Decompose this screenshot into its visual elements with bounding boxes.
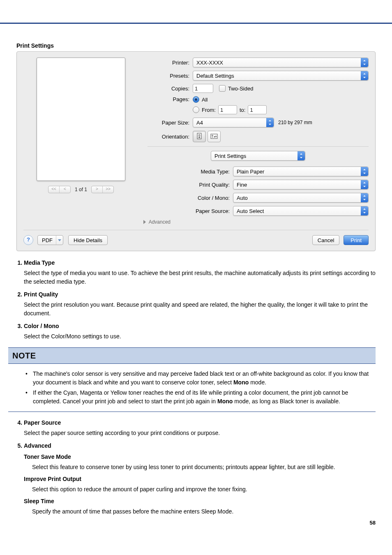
pages-to-input[interactable]: [248, 105, 267, 114]
pane-select-value: Print Settings: [214, 153, 246, 159]
paper-size-label: Paper Size:: [148, 120, 193, 126]
settings-description-list: Media Type Select the type of media you …: [16, 259, 376, 516]
pager-text: 1 of 1: [75, 187, 87, 192]
stepper-icon: [361, 71, 368, 80]
portrait-icon: [196, 133, 203, 140]
presets-label: Presets:: [148, 73, 193, 79]
pages-all-label: All: [202, 97, 208, 103]
pages-from-label: From:: [202, 107, 216, 113]
paper-source-label: Paper Source:: [148, 208, 233, 214]
item-5b-desc: Select this option to reduce the amount …: [32, 485, 376, 494]
item-2-desc: Select the print resolution you want. Be…: [24, 301, 376, 318]
paper-source-select[interactable]: Auto Select: [233, 206, 369, 216]
item-3-title: Color / Mono: [24, 323, 59, 329]
media-type-label: Media Type:: [148, 169, 233, 175]
note-bullet-1: The machine's color sensor is very sensi…: [33, 370, 376, 387]
landscape-icon: [210, 133, 218, 140]
presets-value: Default Settings: [196, 73, 234, 79]
stepper-icon: [266, 118, 274, 127]
print-quality-select[interactable]: Fine: [233, 180, 369, 190]
page-number: 58: [370, 520, 376, 526]
pages-all-radio[interactable]: [193, 96, 199, 103]
print-button[interactable]: Print: [344, 235, 369, 245]
item-2-title: Print Quality: [24, 291, 58, 298]
stepper-icon: [297, 151, 305, 160]
item-5a-desc: Select this feature to conserve toner by…: [32, 463, 376, 472]
printer-value: XXX-XXXX: [196, 60, 223, 66]
paper-size-select[interactable]: A4: [193, 118, 274, 127]
color-mono-value: Auto: [237, 195, 248, 201]
item-5c-desc: Specify the amount of time that passes b…: [32, 507, 376, 516]
two-sided-label: Two-Sided: [228, 86, 253, 92]
pages-range-radio[interactable]: [193, 106, 199, 113]
pages-label: Pages:: [148, 96, 193, 102]
color-mono-select[interactable]: Auto: [233, 193, 369, 203]
paper-source-value: Auto Select: [237, 208, 264, 214]
cancel-button[interactable]: Cancel: [312, 235, 339, 245]
print-quality-label: Print Quality:: [148, 182, 233, 188]
stepper-icon: [361, 180, 368, 189]
media-type-value: Plain Paper: [237, 169, 264, 175]
help-button[interactable]: ?: [23, 235, 33, 245]
stepper-icon: [361, 193, 368, 202]
two-sided-checkbox[interactable]: [219, 85, 226, 92]
item-1-title: Media Type: [24, 259, 55, 266]
presets-select[interactable]: Default Settings: [193, 71, 369, 81]
pages-from-input[interactable]: [218, 105, 237, 114]
paper-size-value: A4: [196, 120, 203, 126]
print-dialog: << < 1 of 1 > >> Printer:: [16, 51, 376, 251]
media-type-select[interactable]: Plain Paper: [233, 166, 369, 176]
pane-select[interactable]: Print Settings: [211, 151, 305, 161]
pager-first-button[interactable]: <<: [48, 186, 60, 193]
item-1-desc: Select the type of media you want to use…: [24, 269, 376, 286]
chevron-down-icon: [56, 236, 63, 245]
item-4-title: Paper Source: [24, 419, 61, 426]
note-heading: NOTE: [8, 347, 376, 364]
stepper-icon: [361, 206, 368, 215]
print-preview: [37, 58, 125, 181]
pager-next-button[interactable]: >: [92, 186, 103, 193]
item-5a-title: Toner Save Mode: [24, 453, 71, 460]
svg-point-1: [198, 136, 200, 138]
stepper-icon: [361, 58, 368, 67]
pdf-button[interactable]: PDF: [37, 235, 63, 245]
disclosure-triangle-icon: [143, 220, 146, 224]
item-3-desc: Select the Color/Mono settings to use.: [24, 332, 376, 341]
section-title: Print Settings: [16, 42, 376, 49]
stepper-icon: [361, 167, 368, 176]
preview-pager: << < 1 of 1 > >>: [48, 186, 114, 193]
copies-input[interactable]: [193, 84, 213, 93]
item-5b-title: Improve Print Output: [24, 476, 81, 482]
color-mono-label: Color / Mono:: [148, 195, 233, 201]
item-4-desc: Select the paper source setting accordin…: [24, 429, 376, 437]
printer-label: Printer:: [148, 60, 193, 66]
print-quality-value: Fine: [237, 182, 247, 188]
pager-last-button[interactable]: >>: [103, 186, 113, 193]
item-5c-title: Sleep Time: [24, 498, 54, 504]
printer-select[interactable]: XXX-XXXX: [193, 58, 369, 67]
orientation-landscape-button[interactable]: [208, 131, 221, 142]
advanced-label: Advanced: [149, 219, 171, 225]
orientation-portrait-button[interactable]: [193, 131, 206, 142]
note-block: NOTE The machine's color sensor is very …: [8, 347, 376, 412]
pdf-button-label: PDF: [42, 237, 53, 243]
orientation-label: Orientation:: [148, 134, 193, 140]
pager-prev-button[interactable]: <: [60, 186, 70, 193]
svg-point-3: [214, 136, 215, 138]
hide-details-button[interactable]: Hide Details: [68, 235, 108, 245]
note-bullet-2: If either the Cyan, Magenta or Yellow to…: [33, 388, 376, 406]
item-5-title: Advanced: [24, 442, 51, 449]
advanced-disclosure[interactable]: Advanced: [143, 219, 369, 225]
pages-to-label: to:: [240, 107, 245, 113]
paper-dim-label: 210 by 297 mm: [278, 120, 312, 125]
copies-label: Copies:: [148, 86, 193, 92]
